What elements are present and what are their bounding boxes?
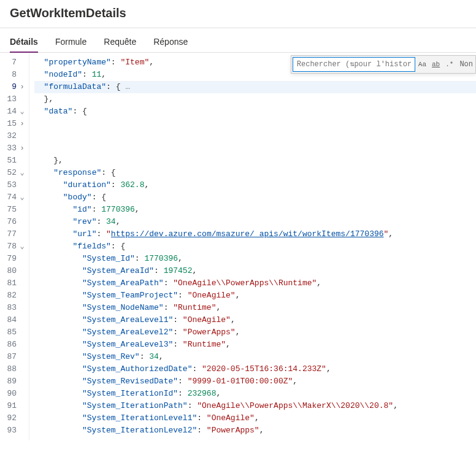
code-line[interactable]	[34, 118, 476, 130]
fold-collapse-icon[interactable]: ⌄	[18, 191, 26, 204]
code-line[interactable]: "duration": 362.8,	[34, 179, 476, 191]
fold-spacer	[18, 216, 26, 228]
line-number: 14	[3, 106, 17, 118]
code-line[interactable]: "data": {	[34, 106, 476, 118]
code-line[interactable]	[34, 142, 476, 155]
search-result-count: Non	[459, 58, 473, 71]
fold-spacer	[18, 424, 26, 437]
code-line[interactable]: "System_AuthorizedDate": "2020-05-15T16:…	[34, 363, 476, 375]
fold-spacer	[18, 375, 26, 388]
line-number: 92	[3, 412, 17, 424]
code-editor[interactable]: 7 8 9›13 14⌄15›32 33›51 52⌄53 74⌄75 76 7…	[0, 53, 476, 440]
regex-toggle[interactable]: .*	[443, 57, 456, 72]
fold-expand-icon[interactable]: ›	[18, 118, 26, 130]
fold-spacer	[18, 56, 26, 69]
code-line[interactable]: "response": {	[34, 167, 476, 179]
line-number: 86	[3, 339, 17, 351]
code-line[interactable]: "id": 1770396,	[34, 204, 476, 216]
line-number: 76	[3, 216, 17, 228]
tab-réponse[interactable]: Réponse	[153, 31, 188, 53]
tab-requête[interactable]: Requête	[104, 31, 136, 53]
line-number: 51	[3, 155, 17, 167]
line-number: 82	[3, 290, 17, 302]
code-line[interactable]: "System_AreaLevel2": "PowerApps",	[34, 326, 476, 339]
line-number: 74	[3, 191, 17, 204]
line-number: 13	[3, 93, 17, 106]
line-number: 80	[3, 265, 17, 277]
code-line[interactable]: },	[34, 155, 476, 167]
fold-collapse-icon[interactable]: ⌄	[18, 167, 26, 179]
line-number: 15	[3, 118, 17, 130]
fold-spacer	[18, 265, 26, 277]
fold-collapse-icon[interactable]: ⌄	[18, 106, 26, 118]
fold-spacer	[18, 363, 26, 375]
fold-spacer	[18, 277, 26, 290]
code-line[interactable]: "System_NodeName": "Runtime",	[34, 302, 476, 314]
line-number: 89	[3, 375, 17, 388]
fold-spacer	[18, 326, 26, 339]
code-line[interactable]: "body": {	[34, 191, 476, 204]
titlebar: GetWorkItemDetails	[0, 0, 476, 28]
line-number: 91	[3, 400, 17, 412]
line-number: 7	[3, 56, 17, 69]
search-widget[interactable]: Aa ab .* Non	[291, 55, 476, 74]
code-scroll[interactable]: "propertyName": "Item", "nodeId": 11, "f…	[29, 53, 476, 440]
code-line[interactable]: },	[34, 93, 476, 106]
code-line[interactable]: "System_IterationId": 232968,	[34, 388, 476, 400]
fold-spacer	[18, 339, 26, 351]
line-number: 79	[3, 253, 17, 265]
line-number: 9	[3, 81, 17, 93]
fold-spacer	[18, 130, 26, 142]
code-line[interactable]: "rev": 34,	[34, 216, 476, 228]
fold-spacer	[18, 290, 26, 302]
fold-expand-icon[interactable]: ›	[18, 81, 26, 93]
code-line[interactable]: "System_IterationPath": "OneAgile\\Power…	[34, 400, 476, 412]
line-number: 83	[3, 302, 17, 314]
line-number: 85	[3, 326, 17, 339]
fold-spacer	[18, 204, 26, 216]
whole-word-toggle[interactable]: ab	[429, 57, 442, 72]
line-number: 8	[3, 69, 17, 81]
code-line[interactable]: "System_AreaPath": "OneAgile\\PowerApps\…	[34, 277, 476, 290]
line-number: 32	[3, 130, 17, 142]
line-number: 75	[3, 204, 17, 216]
search-input[interactable]	[293, 57, 415, 72]
fold-expand-icon[interactable]: ›	[18, 142, 26, 155]
fold-spacer	[18, 155, 26, 167]
code-line[interactable]: "System_Rev": 34,	[34, 351, 476, 363]
tab-détails[interactable]: Détails	[10, 31, 38, 53]
code-line[interactable]: "System_AreaLevel3": "Runtime",	[34, 339, 476, 351]
fold-spacer	[18, 228, 26, 240]
line-number: 88	[3, 363, 17, 375]
code-line[interactable]: "System_RevisedDate": "9999-01-01T00:00:…	[34, 375, 476, 388]
fold-collapse-icon[interactable]: ⌄	[18, 240, 26, 253]
fold-spacer	[18, 400, 26, 412]
fold-spacer	[18, 412, 26, 424]
line-number: 53	[3, 179, 17, 191]
code-line[interactable]	[34, 130, 476, 142]
line-number: 81	[3, 277, 17, 290]
fold-spacer	[18, 69, 26, 81]
tab-formule[interactable]: Formule	[55, 31, 86, 53]
code-line[interactable]: "System_AreaLevel1": "OneAgile",	[34, 314, 476, 326]
tabs: DétailsFormuleRequêteRéponse	[0, 28, 476, 53]
code-line[interactable]: "formulaData": { …	[34, 81, 476, 93]
line-number: 78	[3, 240, 17, 253]
match-case-toggle[interactable]: Aa	[416, 57, 429, 72]
fold-spacer	[18, 93, 26, 106]
fold-spacer	[18, 388, 26, 400]
fold-spacer	[18, 351, 26, 363]
code-line[interactable]: "System_IterationLevel2": "PowerApps",	[34, 424, 476, 437]
code-line[interactable]: "System_IterationLevel1": "OneAgile",	[34, 412, 476, 424]
line-number: 90	[3, 388, 17, 400]
code-line[interactable]: "System_Id": 1770396,	[34, 253, 476, 265]
gutter: 7 8 9›13 14⌄15›32 33›51 52⌄53 74⌄75 76 7…	[0, 53, 29, 440]
code-line[interactable]: "System_AreaId": 197452,	[34, 265, 476, 277]
code-line[interactable]: "url": "https://dev.azure.com/msazure/_a…	[34, 228, 476, 240]
line-number: 33	[3, 142, 17, 155]
code-line[interactable]: "fields": {	[34, 240, 476, 253]
page-title: GetWorkItemDetails	[10, 6, 466, 20]
code-line[interactable]: "System_TeamProject": "OneAgile",	[34, 290, 476, 302]
fold-spacer	[18, 302, 26, 314]
fold-spacer	[18, 253, 26, 265]
